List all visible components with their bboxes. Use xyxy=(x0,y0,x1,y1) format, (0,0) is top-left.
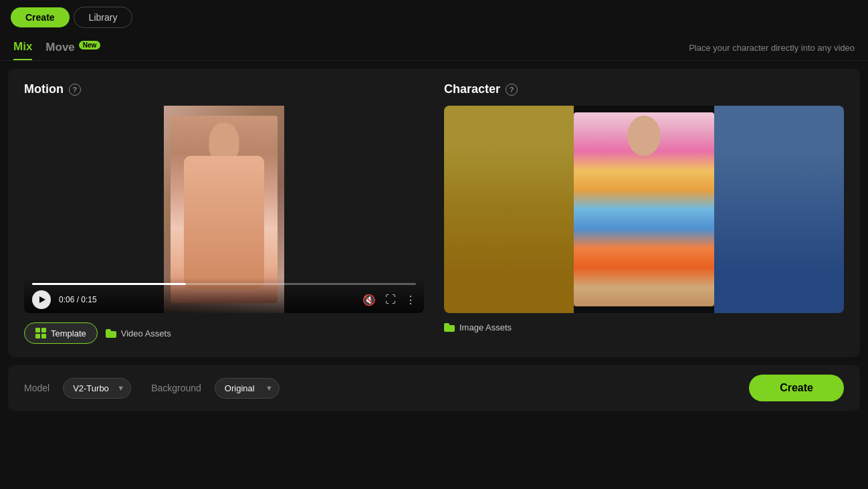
play-icon xyxy=(39,296,45,303)
video-controls: 0:06 / 0:15 🔇 ⛶ ⋮ xyxy=(24,278,424,313)
model-select-wrapper: V2-Turbo V1 V2 ▼ xyxy=(63,378,131,399)
create-tab-button[interactable]: Create xyxy=(11,7,70,27)
tab-list: Mix Move New xyxy=(13,40,100,60)
background-select-wrapper: Original Blur Remove ▼ xyxy=(215,378,280,399)
motion-title: Motion xyxy=(24,82,64,96)
controls-row: 0:06 / 0:15 🔇 ⛶ ⋮ xyxy=(32,290,416,309)
bottom-bar: Model V2-Turbo V1 V2 ▼ Background Origin… xyxy=(8,365,860,411)
character-display xyxy=(444,106,844,313)
more-icon[interactable]: ⋮ xyxy=(405,294,416,306)
top-nav: Create Library xyxy=(0,0,868,35)
char-bg-left xyxy=(444,106,574,313)
character-action-buttons: Image Assets xyxy=(444,322,844,332)
model-label: Model xyxy=(24,383,49,393)
image-assets-button[interactable]: Image Assets xyxy=(444,322,512,332)
motion-title-row: Motion ? xyxy=(24,82,424,96)
motion-section: Motion ? 0:06 / 0:15 xyxy=(24,82,424,344)
time-display: 0:06 / 0:15 xyxy=(59,295,97,304)
fullscreen-icon[interactable]: ⛶ xyxy=(385,294,396,306)
video-assets-button[interactable]: Video Assets xyxy=(106,322,171,344)
video-person xyxy=(171,116,278,303)
motion-help-icon[interactable]: ? xyxy=(69,84,81,96)
character-help-icon[interactable]: ? xyxy=(506,84,518,96)
image-folder-icon xyxy=(444,323,455,332)
character-image xyxy=(574,112,714,306)
template-icon xyxy=(35,328,46,338)
background-select[interactable]: Original Blur Remove xyxy=(215,378,280,399)
character-section: Character ? Image Assets xyxy=(444,82,844,344)
tab-hint: Place your character directly into any v… xyxy=(689,43,855,58)
controls-right: 🔇 ⛶ ⋮ xyxy=(362,294,416,306)
model-select[interactable]: V2-Turbo V1 V2 xyxy=(63,378,131,399)
char-bg-right xyxy=(714,106,844,313)
character-title: Character xyxy=(444,82,500,96)
progress-bar[interactable] xyxy=(32,283,416,285)
create-button[interactable]: Create xyxy=(749,375,844,401)
play-button[interactable] xyxy=(32,290,51,309)
template-button[interactable]: Template xyxy=(24,322,98,344)
character-title-row: Character ? xyxy=(444,82,844,96)
tab-bar: Mix Move New Place your character direct… xyxy=(0,35,868,61)
motion-action-buttons: Template Video Assets xyxy=(24,322,424,344)
badge-new: New xyxy=(79,41,101,50)
tab-mix[interactable]: Mix xyxy=(13,40,32,60)
main-content: Motion ? 0:06 / 0:15 xyxy=(8,69,860,357)
video-player: 0:06 / 0:15 🔇 ⛶ ⋮ xyxy=(24,106,424,313)
controls-left: 0:06 / 0:15 xyxy=(32,290,97,309)
progress-fill xyxy=(32,283,186,285)
folder-icon xyxy=(106,329,116,338)
mute-icon[interactable]: 🔇 xyxy=(362,294,376,306)
background-label: Background xyxy=(151,383,201,393)
library-tab-button[interactable]: Library xyxy=(74,7,133,28)
tab-move[interactable]: Move New xyxy=(45,41,100,60)
